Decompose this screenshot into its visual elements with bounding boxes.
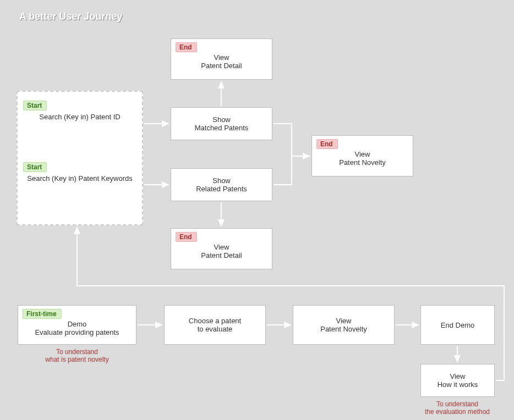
node-first-time-demo: First-time Demo Evaluate providing paten… <box>18 305 136 345</box>
text: Patent Novelty <box>293 325 394 333</box>
text: Demo <box>18 320 136 328</box>
text: View <box>421 372 494 380</box>
text: Matched Patents <box>171 124 272 132</box>
text: the evaluation method <box>425 408 490 416</box>
text: what is patent novelty <box>45 356 108 363</box>
text: to evaluate <box>165 325 265 333</box>
caption-demo: To understand what is patent novelty <box>28 348 127 363</box>
text: End Demo <box>421 321 494 329</box>
text: Search (Key in) <box>27 174 76 183</box>
start-badge-1: Start <box>23 101 47 110</box>
start-node-search-id: Search (Key in) Patent ID <box>18 113 142 121</box>
node-choose-patent: Choose a patent to evaluate <box>164 305 266 345</box>
text: Show <box>171 176 272 185</box>
first-time-badge: First-time <box>23 309 62 319</box>
text: Evaluate providing patents <box>18 328 136 336</box>
node-how-it-works: View How it works <box>420 364 495 397</box>
text: Patent Detail <box>171 251 272 259</box>
node-view-novelty-bottom: View Patent Novelty <box>293 305 395 345</box>
node-show-matched-patents: Show Matched Patents <box>171 107 272 140</box>
text: View <box>171 53 272 62</box>
text: Choose a patent <box>165 317 265 325</box>
node-view-patent-detail-top: End View Patent Detail <box>171 38 272 80</box>
text: Patent Novelty <box>312 158 413 167</box>
text: View <box>312 150 413 158</box>
diagram-title: A better User Journey <box>19 11 122 23</box>
text: Related Patents <box>171 185 272 193</box>
node-end-demo: End Demo <box>420 305 495 345</box>
text: Search (Key in) <box>39 113 89 121</box>
start-badge-2: Start <box>23 162 47 172</box>
text: How it works <box>421 380 494 389</box>
caption-how-it-works: To understand the evaluation method <box>411 400 504 416</box>
end-badge: End <box>316 139 338 149</box>
node-view-patent-detail-bottom: End View Patent Detail <box>171 228 272 269</box>
text: View <box>293 317 394 325</box>
text: Patent ID <box>91 113 121 121</box>
node-show-related-patents: Show Related Patents <box>171 168 272 201</box>
text: To understand <box>56 348 98 356</box>
text: To understand <box>436 400 478 408</box>
start-node-search-keywords: Search (Key in) Patent Keywords <box>18 174 142 183</box>
end-badge: End <box>176 232 197 242</box>
start-group: Start Search (Key in) Patent ID Start Se… <box>17 91 143 225</box>
text: Patent Keywords <box>78 174 132 183</box>
end-badge: End <box>176 42 197 52</box>
text: View <box>171 243 272 251</box>
text: Patent Detail <box>171 62 272 70</box>
text: Show <box>171 115 272 124</box>
node-view-patent-novelty: End View Patent Novelty <box>311 135 413 176</box>
